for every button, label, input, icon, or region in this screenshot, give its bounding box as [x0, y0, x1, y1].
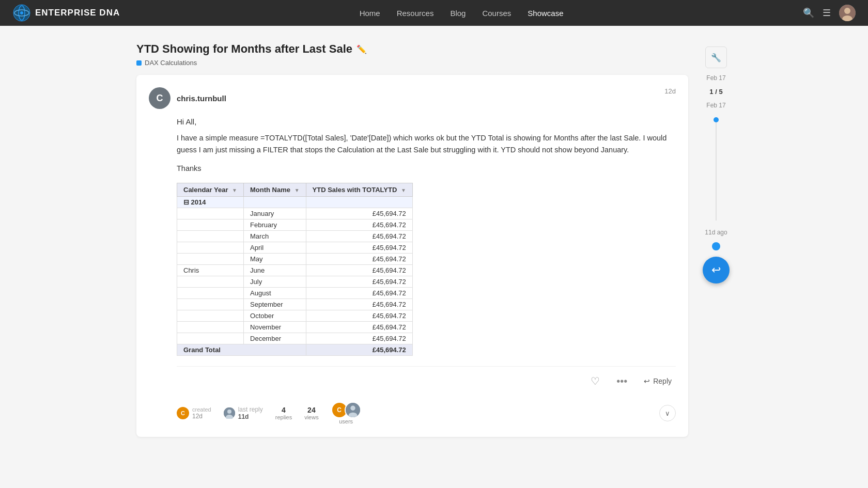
chevron-down-icon: ∨ — [665, 410, 670, 417]
table-row: May£45,694.72 — [177, 254, 413, 265]
svg-point-11 — [350, 406, 355, 411]
user-avatar[interactable] — [839, 5, 856, 21]
last-reply-avatar — [224, 407, 235, 419]
created-avatar: C — [177, 407, 189, 419]
replies-meta: 4 replies — [275, 406, 292, 420]
sidebar-ago: 11d ago — [705, 229, 727, 236]
col-header-month: Month Name ▼ — [244, 183, 306, 197]
table-row-year: ⊟ 2014 — [177, 197, 413, 208]
col-header-ytd: YTD Sales with TOTALYTD ▼ — [306, 183, 412, 197]
edit-icon[interactable]: ✏️ — [357, 44, 367, 54]
reply-float-button[interactable]: ↩ — [703, 257, 730, 284]
nav-links: Home Resources Blog Courses Showcase — [360, 9, 564, 18]
col-header-year: Calendar Year ▼ — [177, 183, 244, 197]
post-meta-left: C created 12d — [177, 402, 361, 424]
table-row: October£45,694.72 — [177, 310, 413, 322]
category-label: DAX Calculations — [145, 59, 197, 67]
table-row: January£45,694.72 — [177, 208, 413, 219]
table-row: March£45,694.72 — [177, 231, 413, 242]
post-header: C chris.turnbull 12d — [149, 87, 676, 109]
author-avatar: C — [149, 87, 171, 109]
category-tag: DAX Calculations — [136, 59, 688, 67]
post-body-text: I have a simple measure =TOTALYTD([Total… — [177, 132, 676, 156]
sidebar: 🔧 Feb 17 1 / 5 Feb 17 11d ago ↩ — [701, 42, 732, 443]
ellipsis-icon: ••• — [616, 375, 627, 387]
post-actions: ♡ ••• ↩ Reply — [177, 373, 676, 389]
author-name[interactable]: chris.turnbull — [177, 94, 226, 103]
nav-right: 🔍 ☰ — [803, 5, 856, 21]
sidebar-blue-dot — [712, 242, 720, 250]
table-row: September£45,694.72 — [177, 299, 413, 310]
filter-icon-ytd: ▼ — [401, 187, 406, 193]
nav-resources[interactable]: Resources — [397, 9, 434, 18]
post-author-area: C chris.turnbull — [149, 87, 226, 109]
menu-icon[interactable]: ☰ — [823, 7, 831, 19]
created-meta: C created 12d — [177, 406, 211, 420]
page-title: YTD Showing for Months after Last Sale ✏… — [136, 42, 688, 56]
filter-icon-month: ▼ — [295, 187, 300, 193]
post-card: C chris.turnbull 12d Hi All, I have a si… — [136, 75, 688, 437]
last-reply-meta: last reply 11d — [224, 406, 263, 420]
sidebar-progress-sub: Feb 17 — [706, 102, 725, 109]
post-meta: C created 12d — [177, 398, 676, 424]
filter-icon-year: ▼ — [232, 187, 237, 193]
svg-point-5 — [844, 8, 850, 14]
reply-icon: ↩ — [644, 377, 650, 385]
nav-courses[interactable]: Courses — [482, 9, 511, 18]
page-container: YTD Showing for Months after Last Sale ✏… — [124, 26, 744, 460]
like-button[interactable]: ♡ — [586, 373, 604, 389]
user-avatar-2 — [345, 402, 361, 418]
main-content: YTD Showing for Months after Last Sale ✏… — [136, 42, 688, 443]
heart-icon: ♡ — [591, 375, 600, 387]
sidebar-top-date: Feb 17 — [706, 74, 725, 82]
data-table-wrapper: Calendar Year ▼ Month Name ▼ YTD Sales w… — [177, 183, 676, 356]
reply-button[interactable]: ↩ Reply — [640, 375, 676, 387]
svg-point-3 — [20, 11, 23, 14]
tool-button[interactable]: 🔧 — [705, 46, 727, 68]
nav-blog[interactable]: Blog — [450, 9, 466, 18]
nav-home[interactable]: Home — [360, 9, 380, 18]
reply-float-icon: ↩ — [711, 263, 721, 277]
user-avatars: C — [331, 402, 361, 418]
table-row: November£45,694.72 — [177, 322, 413, 333]
table-row: April£45,694.72 — [177, 242, 413, 254]
timeline-dot — [714, 117, 719, 122]
expand-button[interactable]: ∨ — [659, 405, 676, 421]
logo[interactable]: ENTERPRISE DNA — [12, 4, 120, 22]
table-row: July£45,694.72 — [177, 276, 413, 288]
category-dot — [136, 60, 142, 66]
sidebar-progress: 1 / 5 — [709, 88, 722, 96]
table-row: December£45,694.72 — [177, 333, 413, 344]
post-thanks: Thanks — [177, 164, 676, 172]
wrench-icon: 🔧 — [711, 53, 721, 62]
post-body: Hi All, I have a simple measure =TOTALYT… — [177, 117, 676, 424]
last-reply-info: last reply 11d — [238, 406, 263, 420]
search-icon[interactable]: 🔍 — [803, 7, 814, 19]
navbar: ENTERPRISE DNA Home Resources Blog Cours… — [0, 0, 868, 26]
created-info: created 12d — [192, 406, 211, 420]
page-title-area: YTD Showing for Months after Last Sale ✏… — [136, 42, 688, 67]
post-greeting: Hi All, — [177, 117, 676, 126]
post-time: 12d — [664, 87, 676, 95]
logo-text: ENTERPRISE DNA — [35, 8, 120, 18]
svg-point-8 — [227, 410, 231, 414]
views-meta: 24 views — [304, 406, 319, 420]
sidebar-timeline — [716, 117, 717, 221]
table-row: August£45,694.72 — [177, 288, 413, 299]
data-table: Calendar Year ▼ Month Name ▼ YTD Sales w… — [177, 183, 413, 356]
users-meta: C users — [331, 402, 361, 424]
table-row: February£45,694.72 — [177, 219, 413, 231]
table-row: ChrisJune£45,694.72 — [177, 265, 413, 276]
table-row-grand-total: Grand Total£45,694.72 — [177, 344, 413, 356]
more-button[interactable]: ••• — [612, 373, 631, 389]
post-footer: ♡ ••• ↩ Reply — [177, 366, 676, 424]
nav-showcase[interactable]: Showcase — [528, 9, 563, 18]
